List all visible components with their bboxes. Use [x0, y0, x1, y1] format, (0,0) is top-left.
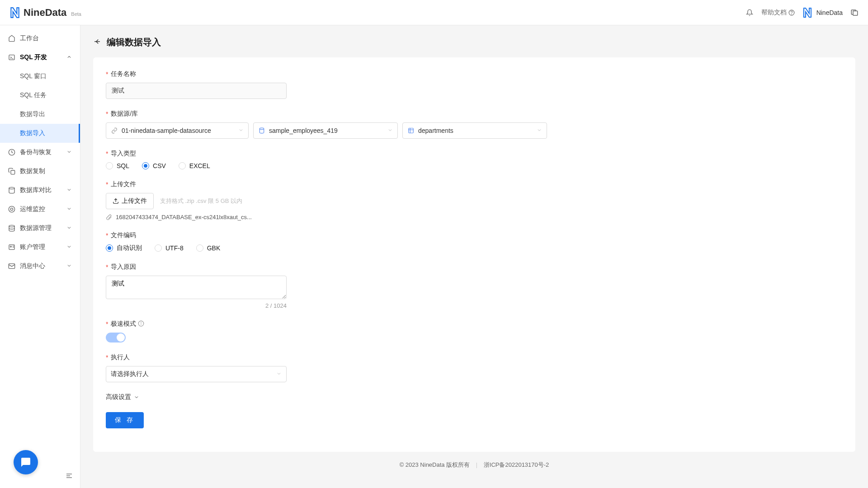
svg-point-26: [141, 322, 142, 323]
upload-button-label: 上传文件: [122, 197, 147, 205]
chevron-down-icon: [66, 263, 72, 270]
fast-mode-toggle[interactable]: [106, 333, 126, 343]
datasource-value: 01-ninedata-sample-datasource: [122, 127, 235, 134]
locale-icon[interactable]: [850, 8, 859, 17]
sidebar-item-message[interactable]: 消息中心: [0, 257, 80, 276]
sidebar-item-label: 数据库对比: [20, 186, 52, 194]
sidebar-item-workbench[interactable]: 工作台: [0, 29, 80, 48]
svg-rect-6: [11, 170, 15, 174]
help-label: 帮助文档: [761, 9, 787, 17]
svg-point-9: [10, 208, 13, 210]
task-name-input[interactable]: [106, 83, 287, 99]
required-mark: *: [106, 320, 108, 328]
chevron-up-icon: [66, 54, 72, 61]
radio-excel[interactable]: EXCEL: [179, 162, 210, 169]
import-type-label: 导入类型: [111, 150, 136, 158]
info-icon[interactable]: [138, 320, 144, 328]
table-value: departments: [418, 127, 533, 134]
required-mark: *: [106, 181, 108, 188]
sidebar-item-data-import[interactable]: 数据导入: [0, 124, 80, 143]
table-select[interactable]: departments: [402, 122, 547, 139]
sidebar-item-compare[interactable]: 数据库对比: [0, 181, 80, 200]
monitor-icon: [8, 206, 15, 213]
executor-select[interactable]: 请选择执行人: [106, 366, 287, 382]
backup-icon: [8, 149, 15, 156]
sidebar-item-data-export[interactable]: 数据导出: [0, 105, 80, 124]
sidebar-item-backup[interactable]: 备份与恢复: [0, 143, 80, 162]
radio-csv[interactable]: CSV: [142, 162, 166, 169]
paperclip-icon: [106, 214, 112, 221]
chevron-down-icon: [66, 187, 72, 194]
upload-label: 上传文件: [111, 180, 136, 188]
chat-button[interactable]: [14, 450, 38, 474]
compare-icon: [8, 187, 15, 194]
toggle-handle: [117, 333, 125, 342]
chat-icon: [20, 457, 31, 468]
user-avatar-icon: [802, 7, 813, 18]
radio-auto-encode[interactable]: 自动识别: [106, 244, 142, 252]
chevron-down-icon: [276, 371, 282, 378]
radio-icon: [196, 244, 203, 252]
form-card: *任务名称 *数据源/库 01-ninedata-sample-datasour…: [93, 57, 855, 452]
sidebar-item-monitor[interactable]: 运维监控: [0, 200, 80, 219]
encoding-label: 文件编码: [111, 231, 136, 239]
radio-label: SQL: [117, 162, 129, 169]
page-footer: © 2023 NineData 版权所有 | 浙ICP备2022013170号-…: [93, 452, 855, 478]
radio-label: UTF-8: [165, 244, 184, 252]
radio-utf8[interactable]: UTF-8: [155, 244, 184, 252]
database-select[interactable]: sample_employees_419: [253, 122, 398, 139]
database-icon: [8, 225, 15, 232]
sidebar-item-label: 运维监控: [20, 205, 45, 213]
datasource-label: 数据源/库: [111, 110, 138, 118]
radio-sql[interactable]: SQL: [106, 162, 129, 169]
upload-icon: [113, 198, 119, 204]
reason-textarea[interactable]: [106, 276, 287, 299]
fast-mode-label: 极速模式: [111, 320, 136, 328]
user-name: NineData: [816, 9, 843, 16]
collapse-sidebar-button[interactable]: [66, 472, 73, 481]
sidebar-item-sql-task[interactable]: SQL 任务: [0, 86, 80, 105]
sidebar-item-sql-window[interactable]: SQL 窗口: [0, 67, 80, 86]
uploaded-file-name: 1682047433474_DATABASE_ex-cs241lx8xaut_c…: [116, 214, 252, 221]
radio-label: 自动识别: [117, 244, 142, 252]
datasource-select[interactable]: 01-ninedata-sample-datasource: [106, 122, 249, 139]
svg-point-1: [791, 14, 792, 14]
radio-icon: [142, 162, 149, 169]
bell-icon[interactable]: [745, 8, 754, 17]
user-menu[interactable]: NineData: [802, 7, 843, 18]
radio-icon: [106, 162, 113, 169]
sidebar-item-sql-dev[interactable]: SQL 开发: [0, 48, 80, 67]
uploaded-file[interactable]: 1682047433474_DATABASE_ex-cs241lx8xaut_c…: [106, 214, 843, 221]
sidebar-item-account[interactable]: 账户管理: [0, 238, 80, 257]
save-button[interactable]: 保 存: [106, 412, 144, 428]
svg-point-19: [259, 128, 264, 130]
upload-hint: 支持格式 .zip .csv 限 5 GB 以内: [160, 197, 242, 205]
sidebar-item-copy[interactable]: 数据复制: [0, 162, 80, 181]
icp-text[interactable]: 浙ICP备2022013170号-2: [484, 461, 549, 468]
chevron-down-icon: [66, 149, 72, 156]
sidebar: 工作台 SQL 开发 SQL 窗口 SQL 任务 数据导出 数据导入: [0, 25, 80, 488]
sidebar-item-datasource[interactable]: 数据源管理: [0, 219, 80, 238]
task-name-label: 任务名称: [111, 70, 136, 78]
sidebar-item-label: 备份与恢复: [20, 148, 52, 156]
chevron-down-icon: [537, 127, 542, 134]
logo[interactable]: NineData Beta: [9, 7, 81, 19]
svg-point-8: [9, 206, 14, 212]
app-header: NineData Beta 帮助文档 NineData: [0, 0, 868, 25]
chevron-down-icon: [238, 127, 244, 134]
logo-icon: [9, 7, 21, 19]
help-link[interactable]: 帮助文档: [761, 9, 795, 17]
back-button[interactable]: [93, 38, 101, 47]
svg-point-10: [9, 225, 14, 227]
sidebar-item-label: 账户管理: [20, 243, 45, 251]
chevron-down-icon: [66, 225, 72, 232]
copy-icon: [8, 168, 15, 175]
sidebar-item-label: SQL 开发: [20, 53, 47, 61]
advanced-toggle[interactable]: 高级设置: [106, 393, 139, 401]
logo-text: NineData: [24, 7, 66, 19]
radio-gbk[interactable]: GBK: [196, 244, 221, 252]
upload-button[interactable]: 上传文件: [106, 193, 154, 209]
chevron-down-icon: [66, 206, 72, 213]
required-mark: *: [106, 150, 108, 157]
database-icon: [258, 127, 265, 134]
